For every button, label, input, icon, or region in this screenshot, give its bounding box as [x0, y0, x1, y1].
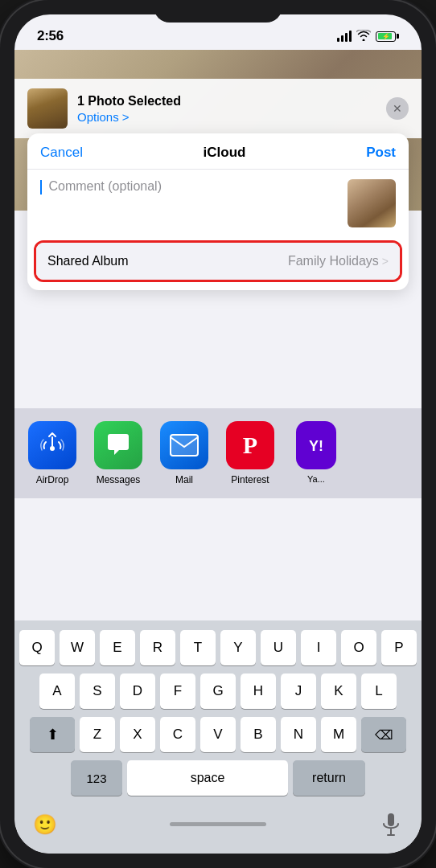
key-a[interactable]: A	[39, 674, 75, 709]
app-messages[interactable]: Messages	[90, 421, 146, 485]
pinterest-icon: P	[226, 421, 274, 469]
app-yahoo[interactable]: Y! Ya...	[288, 421, 344, 485]
emoji-button[interactable]: 🙂	[27, 807, 63, 842]
text-cursor	[40, 180, 42, 194]
keyboard-row-3: ⬆ Z X C V B N M ⌫	[19, 717, 417, 752]
key-s[interactable]: S	[80, 674, 115, 709]
phone-frame: 2:56	[0, 0, 436, 868]
airdrop-icon	[28, 421, 76, 469]
battery-icon: ⚡	[376, 31, 399, 42]
options-link[interactable]: Options >	[77, 110, 376, 124]
keyboard-bottom-row: 🙂	[19, 804, 417, 849]
numbers-key[interactable]: 123	[71, 760, 122, 796]
key-m[interactable]: M	[321, 717, 356, 752]
mail-label: Mail	[175, 474, 193, 485]
key-v[interactable]: V	[200, 717, 236, 752]
comment-placeholder: Comment (optional)	[48, 179, 162, 193]
phone-screen: 2:56	[14, 14, 422, 854]
close-button[interactable]: ✕	[386, 97, 409, 120]
selected-bar: 1 Photo Selected Options > ✕	[14, 79, 422, 138]
keyboard-row-4: 123 space return	[19, 760, 417, 796]
comment-input[interactable]: Comment (optional)	[40, 179, 338, 194]
app-mail[interactable]: Mail	[156, 421, 212, 485]
yahoo-icon: Y!	[296, 421, 336, 469]
home-indicator	[170, 822, 266, 826]
shared-album-value: Family Holidays	[288, 254, 379, 268]
cancel-button[interactable]: Cancel	[40, 145, 83, 161]
shift-key[interactable]: ⬆	[30, 717, 75, 752]
key-c[interactable]: C	[160, 717, 195, 752]
post-button[interactable]: Post	[366, 145, 396, 161]
keyboard: Q W E R T Y U I O P A S D F G H J K	[14, 620, 422, 854]
key-t[interactable]: T	[180, 630, 216, 665]
svg-rect-5	[388, 813, 394, 826]
svg-rect-1	[171, 435, 198, 456]
wifi-icon	[356, 30, 371, 43]
key-z[interactable]: Z	[80, 717, 115, 752]
key-r[interactable]: R	[140, 630, 175, 665]
microphone-button[interactable]	[373, 807, 409, 842]
key-o[interactable]: O	[341, 630, 376, 665]
selected-info: 1 Photo Selected Options >	[77, 94, 376, 124]
chevron-right-icon: >	[382, 255, 389, 268]
key-x[interactable]: X	[120, 717, 155, 752]
shared-album-label: Shared Album	[47, 254, 129, 268]
icloud-header: Cancel iCloud Post	[27, 133, 409, 170]
svg-text:P: P	[243, 432, 257, 458]
key-k[interactable]: K	[321, 674, 356, 709]
key-e[interactable]: E	[100, 630, 135, 665]
key-l[interactable]: L	[361, 674, 397, 709]
photo-thumbnail	[348, 179, 396, 227]
pinterest-label: Pinterest	[231, 474, 269, 485]
key-q[interactable]: Q	[19, 630, 55, 665]
keyboard-row-2: A S D F G H J K L	[19, 674, 417, 709]
selected-count: 1 Photo Selected	[77, 94, 376, 108]
icloud-title: iCloud	[204, 145, 246, 161]
key-f[interactable]: F	[160, 674, 195, 709]
status-icons: ⚡	[337, 30, 399, 43]
status-time: 2:56	[37, 28, 64, 44]
key-b[interactable]: B	[241, 717, 276, 752]
messages-label: Messages	[97, 474, 141, 485]
key-h[interactable]: H	[241, 674, 276, 709]
comment-area: Comment (optional)	[27, 170, 409, 237]
icloud-modal: Cancel iCloud Post Comment (optional)	[27, 133, 409, 290]
selected-thumb	[27, 88, 68, 129]
key-p[interactable]: P	[381, 630, 417, 665]
key-j[interactable]: J	[281, 674, 316, 709]
return-key[interactable]: return	[293, 760, 365, 796]
messages-icon	[94, 421, 142, 469]
space-key[interactable]: space	[127, 760, 288, 796]
key-y[interactable]: Y	[220, 630, 256, 665]
svg-text:Y!: Y!	[309, 438, 323, 454]
notch	[154, 0, 282, 23]
key-d[interactable]: D	[120, 674, 155, 709]
shared-album-row[interactable]: Shared Album Family Holidays >	[34, 240, 402, 282]
app-pinterest[interactable]: P Pinterest	[222, 421, 278, 485]
airdrop-label: AirDrop	[36, 474, 69, 485]
share-apps-row: AirDrop Messages	[14, 408, 422, 498]
keyboard-row-1: Q W E R T Y U I O P	[19, 630, 417, 665]
app-airdrop[interactable]: AirDrop	[24, 421, 80, 485]
key-g[interactable]: G	[200, 674, 236, 709]
key-n[interactable]: N	[281, 717, 316, 752]
signal-bars-icon	[337, 31, 352, 42]
mail-icon	[160, 421, 208, 469]
yahoo-label: Ya...	[307, 474, 325, 484]
key-i[interactable]: I	[301, 630, 336, 665]
key-w[interactable]: W	[60, 630, 95, 665]
key-u[interactable]: U	[261, 630, 296, 665]
delete-key[interactable]: ⌫	[361, 717, 406, 752]
